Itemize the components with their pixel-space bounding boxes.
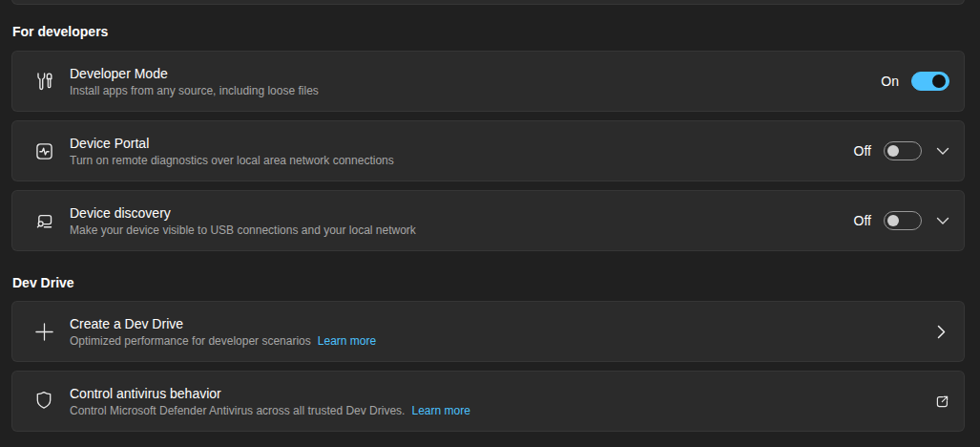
toggle-knob	[887, 215, 899, 226]
device-discovery-toggle[interactable]	[884, 211, 922, 230]
external-link-icon	[934, 394, 950, 410]
card-device-discovery[interactable]: Device discovery Make your device visibl…	[11, 190, 965, 251]
row-subtitle: Turn on remote diagnostics over local ar…	[70, 153, 394, 169]
toggle-knob	[887, 145, 899, 157]
learn-more-link[interactable]: Learn more	[411, 403, 469, 419]
pulse-monitor-icon	[32, 141, 55, 161]
chevron-down-icon[interactable]	[936, 217, 949, 225]
card-control-antivirus[interactable]: Control antivirus behavior Control Micro…	[11, 371, 965, 432]
toggle-state-label: On	[881, 74, 899, 89]
device-search-icon	[32, 211, 55, 231]
row-title: Developer Mode	[70, 64, 319, 83]
device-portal-toggle[interactable]	[884, 141, 922, 160]
toggle-state-label: Off	[854, 143, 871, 159]
developer-mode-toggle[interactable]	[911, 72, 949, 91]
row-title: Create a Dev Drive	[70, 314, 376, 333]
card-developer-mode: Developer Mode Install apps from any sou…	[11, 51, 965, 112]
settings-developers-page: For developers Developer Mode Install ap…	[0, 0, 980, 447]
row-subtitle: Install apps from any source, including …	[70, 83, 319, 99]
wrench-screwdriver-icon	[32, 72, 55, 92]
section-heading-for-developers: For developers	[12, 23, 108, 40]
row-title: Control antivirus behavior	[70, 384, 470, 403]
row-title: Device Portal	[70, 134, 394, 153]
row-subtitle: Make your device visible to USB connecti…	[70, 223, 416, 239]
toggle-state-label: Off	[854, 213, 871, 228]
chevron-down-icon[interactable]	[936, 147, 949, 156]
toggle-knob	[932, 74, 946, 88]
card-device-portal[interactable]: Device Portal Turn on remote diagnostics…	[11, 120, 965, 181]
shield-icon	[32, 391, 55, 412]
chevron-right-icon	[937, 325, 946, 339]
row-title: Device discovery	[70, 203, 416, 223]
card-create-dev-drive[interactable]: Create a Dev Drive Optimized performance…	[11, 301, 965, 362]
learn-more-link[interactable]: Learn more	[318, 333, 376, 350]
previous-card-partial	[11, 0, 965, 5]
plus-icon	[32, 322, 55, 342]
row-subtitle: Optimized performance for developer scen…	[70, 333, 311, 350]
row-subtitle: Control Microsoft Defender Antivirus acr…	[70, 403, 405, 419]
section-heading-dev-drive: Dev Drive	[12, 274, 74, 291]
